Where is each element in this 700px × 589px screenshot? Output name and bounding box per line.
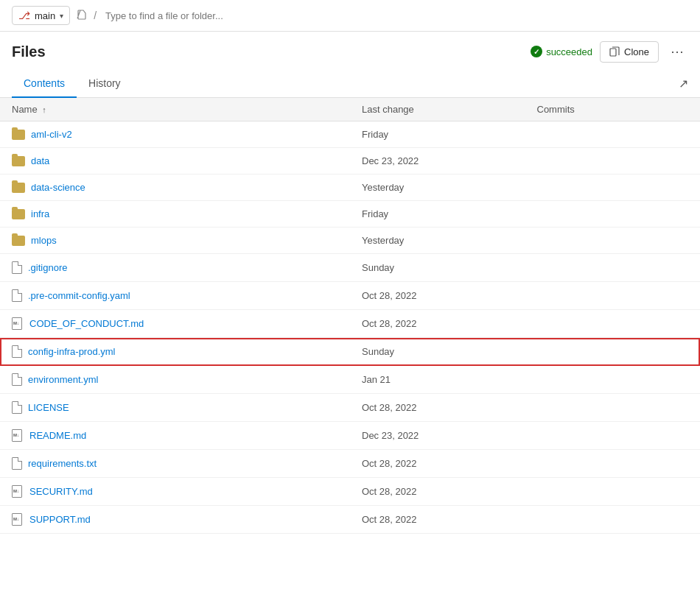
commits-cell (525, 394, 701, 422)
last-change-cell: Oct 28, 2022 (350, 506, 525, 534)
table-row[interactable]: data-science Yesterday (0, 174, 700, 201)
commits-cell (525, 478, 701, 506)
markdown-file-icon (12, 485, 24, 498)
file-icon (12, 261, 22, 274)
chevron-down-icon: ▾ (60, 12, 63, 20)
file-name-cell: environment.yml (0, 366, 350, 394)
page-header: Files succeeded Clone ⋯ (0, 32, 700, 70)
table-row[interactable]: .pre-commit-config.yaml Oct 28, 2022 (0, 282, 700, 310)
last-change-cell: Oct 28, 2022 (350, 394, 525, 422)
commits-cell (525, 201, 701, 228)
last-change-cell: Jan 21 (350, 366, 525, 394)
more-options-button[interactable]: ⋯ (666, 40, 688, 63)
file-name-cell: SECURITY.md (0, 478, 350, 506)
file-name-cell: LICENSE (0, 394, 350, 422)
file-search-input[interactable] (102, 7, 688, 24)
file-name-link[interactable]: README.md (29, 430, 86, 441)
commits-cell (525, 506, 701, 534)
file-icon (12, 373, 22, 386)
table-row[interactable]: CODE_OF_CONDUCT.md Oct 28, 2022 (0, 310, 700, 338)
table-row[interactable]: LICENSE Oct 28, 2022 (0, 394, 700, 422)
file-name-link[interactable]: CODE_OF_CONDUCT.md (29, 318, 144, 329)
folder-icon (12, 236, 25, 246)
folder-icon (12, 209, 25, 219)
file-name-link[interactable]: LICENSE (28, 402, 69, 413)
tabs-bar: Contents History ↗ (0, 70, 700, 98)
clone-button[interactable]: Clone (600, 41, 659, 63)
column-commits: Commits (525, 98, 701, 121)
commits-cell (525, 422, 701, 450)
file-name-link[interactable]: environment.yml (28, 374, 98, 385)
table-row[interactable]: data Dec 23, 2022 (0, 148, 700, 174)
table-row[interactable]: aml-cli-v2 Friday (0, 121, 700, 148)
file-name-cell: data (0, 148, 350, 174)
more-icon: ⋯ (671, 44, 684, 59)
tab-history[interactable]: History (77, 70, 133, 98)
table-row[interactable]: requirements.txt Oct 28, 2022 (0, 450, 700, 478)
header-actions: succeeded Clone ⋯ (531, 40, 688, 63)
last-change-cell: Dec 23, 2022 (350, 422, 525, 450)
table-row[interactable]: SUPPORT.md Oct 28, 2022 (0, 506, 700, 534)
file-name-link[interactable]: infra (31, 208, 49, 219)
last-change-cell: Sunday (350, 338, 525, 366)
file-name-cell: README.md (0, 422, 350, 450)
table-row[interactable]: mlops Yesterday (0, 228, 700, 254)
file-name-cell: data-science (0, 174, 350, 201)
folder-icon (12, 156, 25, 166)
folder-icon (12, 130, 25, 140)
table-row[interactable]: .gitignore Sunday (0, 254, 700, 282)
markdown-file-icon (12, 513, 24, 526)
table-row[interactable]: infra Friday (0, 201, 700, 228)
file-name-link[interactable]: .gitignore (28, 262, 67, 273)
commits-cell (525, 121, 701, 148)
folder-icon (12, 183, 25, 193)
commits-cell (525, 228, 701, 254)
table-row[interactable]: environment.yml Jan 21 (0, 366, 700, 394)
file-name-cell: requirements.txt (0, 450, 350, 478)
expand-icon[interactable]: ↗ (679, 77, 688, 91)
file-name-cell: mlops (0, 228, 350, 254)
commits-cell (525, 174, 701, 201)
last-change-cell: Oct 28, 2022 (350, 310, 525, 338)
file-name-cell: .pre-commit-config.yaml (0, 282, 350, 310)
last-change-cell: Yesterday (350, 228, 525, 254)
branch-name: main (35, 10, 55, 21)
file-name-link[interactable]: aml-cli-v2 (31, 129, 72, 140)
last-change-cell: Friday (350, 121, 525, 148)
file-name-link[interactable]: config-infra-prod.yml (28, 346, 116, 357)
table-row[interactable]: config-infra-prod.yml Sunday (0, 338, 700, 366)
commits-cell (525, 310, 701, 338)
commits-cell (525, 254, 701, 282)
file-icon (12, 457, 22, 470)
markdown-file-icon (12, 429, 24, 442)
file-name-cell: CODE_OF_CONDUCT.md (0, 310, 350, 338)
file-name-link[interactable]: SECURITY.md (29, 486, 93, 497)
last-change-cell: Friday (350, 201, 525, 228)
svg-rect-0 (610, 49, 616, 56)
last-change-cell: Yesterday (350, 174, 525, 201)
file-icon (12, 345, 22, 358)
file-name-link[interactable]: SUPPORT.md (29, 514, 91, 525)
page-title: Files (12, 43, 46, 60)
file-name-link[interactable]: data-science (31, 182, 85, 193)
last-change-cell: Sunday (350, 254, 525, 282)
table-header: Name ↑ Last change Commits (0, 98, 700, 121)
commits-cell (525, 282, 701, 310)
file-name-link[interactable]: requirements.txt (28, 458, 97, 469)
file-name-cell: infra (0, 201, 350, 228)
last-change-cell: Oct 28, 2022 (350, 478, 525, 506)
file-name-cell: config-infra-prod.yml (0, 338, 350, 366)
branch-selector[interactable]: ⎇ main ▾ (12, 6, 70, 25)
status-dot-icon (531, 46, 542, 57)
file-icon (12, 289, 22, 302)
table-row[interactable]: SECURITY.md Oct 28, 2022 (0, 478, 700, 506)
path-separator (76, 9, 88, 23)
top-bar: ⎇ main ▾ / (0, 0, 700, 32)
file-name-link[interactable]: data (31, 155, 49, 166)
last-change-cell: Oct 28, 2022 (350, 450, 525, 478)
file-name-link[interactable]: .pre-commit-config.yaml (28, 290, 130, 301)
table-row[interactable]: README.md Dec 23, 2022 (0, 422, 700, 450)
file-icon (12, 401, 22, 414)
file-name-link[interactable]: mlops (31, 235, 57, 246)
tab-contents[interactable]: Contents (12, 70, 77, 98)
